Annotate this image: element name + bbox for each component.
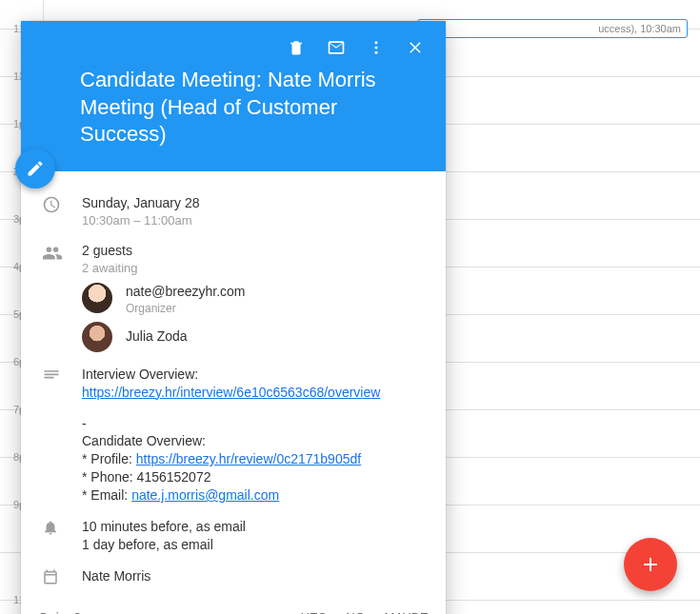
card-body: Sunday, January 28 10:30am – 11:00am 2 g… [21,171,446,597]
more-options-button[interactable] [356,25,396,70]
event-title: Candidate Meeting: Nate Morris Meeting (… [80,67,425,149]
interview-overview-label: Interview Overview: [82,366,425,384]
phone-line: * Phone: 4156152072 [82,468,425,486]
avatar [82,322,112,352]
event-time: 10:30am – 11:00am [82,212,425,229]
reminder-line: 1 day before, as email [82,536,425,554]
calendar-event-chip[interactable]: m uccess), 10:30am [417,19,688,38]
guest-name: Julia Zoda [126,327,188,346]
svg-point-1 [375,47,378,50]
plus-icon [639,553,662,576]
clock-icon [42,195,61,214]
avatar [82,283,112,313]
event-description: Interview Overview: https://breezy.hr/in… [82,366,425,505]
close-button[interactable] [396,25,436,70]
trash-icon [288,39,305,56]
delete-button[interactable] [276,25,316,70]
event-date: Sunday, January 28 [82,194,425,212]
guest-row: nate@breezyhr.com Organizer [82,283,425,316]
calendar-owner: Nate Morris [82,567,425,585]
guest-row: Julia Zoda [82,322,425,352]
event-chip-time: uccess), 10:30am [598,23,681,34]
create-event-button[interactable] [624,538,677,591]
calendar-icon [42,568,59,585]
people-icon [42,243,63,264]
event-detail-card: Candidate Meeting: Nate Morris Meeting (… [21,21,446,614]
rsvp-no-button[interactable]: NO [346,610,365,614]
email-button[interactable] [316,25,356,70]
svg-point-0 [375,41,378,44]
profile-prefix: * Profile: [82,451,136,466]
bell-icon [42,519,59,536]
guest-role: Organizer [126,301,246,316]
envelope-icon [327,38,346,57]
card-header: Candidate Meeting: Nate Morris Meeting (… [21,21,446,171]
svg-point-2 [375,51,378,54]
going-label: Going? [38,610,81,614]
notes-icon [42,366,61,386]
candidate-overview-label: Candidate Overview: [82,432,425,450]
card-footer: Going? YES NO MAYBE [21,597,446,614]
reminder-line: 10 minutes before, as email [82,518,425,536]
pencil-icon [26,159,45,178]
description-separator: - [82,415,425,433]
guest-count: 2 guests [82,242,425,260]
close-icon [408,39,425,56]
kebab-icon [368,39,385,56]
guest-awaiting: 2 awaiting [82,260,425,277]
rsvp-yes-button[interactable]: YES [301,610,327,614]
edit-button[interactable] [15,149,55,188]
rsvp-maybe-button[interactable]: MAYBE [384,610,429,614]
email-prefix: * Email: [82,487,131,503]
interview-overview-link[interactable]: https://breezy.hr/interview/6e10c6563c68… [82,385,380,400]
profile-link[interactable]: https://breezy.hr/review/0c2171b905df [136,451,361,466]
email-link[interactable]: nate.j.morris@gmail.com [131,487,279,503]
guest-name: nate@breezyhr.com [126,283,246,301]
